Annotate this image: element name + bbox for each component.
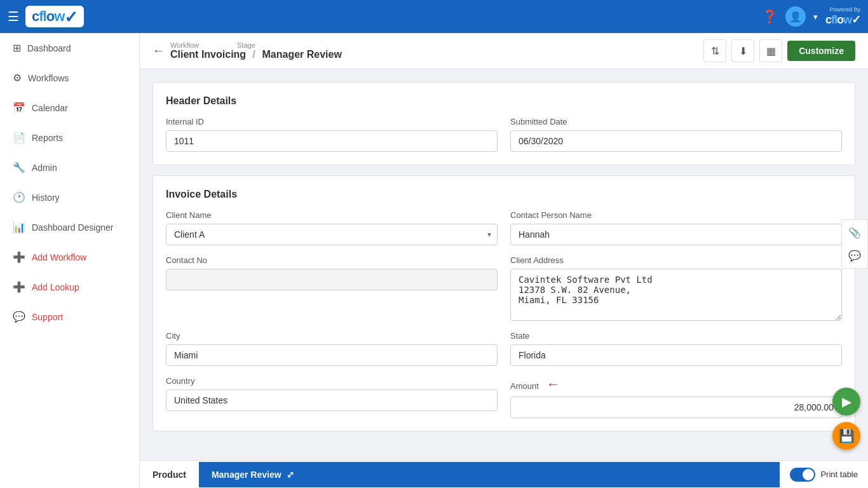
contact-no-input[interactable] (166, 269, 498, 290)
admin-icon: 🔧 (13, 161, 25, 173)
amount-label: Amount ← (510, 376, 842, 393)
filter-button[interactable]: ⇅ (703, 39, 726, 62)
manager-review-tab[interactable]: Manager Review ⤢ (199, 462, 780, 487)
header-details-section: Header Details Internal ID Submitted Dat… (153, 82, 855, 165)
state-input[interactable] (510, 344, 842, 366)
client-name-group: Client Name Client A Client B Client C ▾ (166, 210, 498, 245)
powered-by: Powered By cflow✓ (825, 6, 860, 27)
sidebar-item-label: Reports (32, 133, 63, 143)
sidebar-item-label: Admin (32, 163, 57, 173)
sidebar-item-label: Add Lookup (32, 282, 79, 292)
contact-person-input[interactable] (510, 224, 842, 245)
sidebar-item-workflows[interactable]: ⚙ Workflows (0, 63, 139, 93)
sidebar-item-label: History (32, 193, 60, 203)
help-icon[interactable]: ❓ (762, 9, 778, 24)
sidebar-item-dashboard[interactable]: ⊞ Dashboard (0, 33, 139, 63)
history-icon: 🕐 (13, 191, 25, 203)
internal-id-input[interactable] (166, 130, 498, 152)
country-label: Country (166, 376, 498, 386)
breadcrumb-separator: / (253, 49, 255, 60)
sidebar-item-add-workflow[interactable]: ➕ Add Workflow (0, 242, 139, 272)
invoice-details-section: Invoice Details Client Name Client A Cli… (153, 175, 855, 431)
sidebar-item-calendar[interactable]: 📅 Calendar (0, 93, 139, 123)
country-input[interactable] (166, 390, 498, 411)
comment-button[interactable]: 💬 (844, 245, 865, 266)
avatar[interactable]: 👤 (785, 6, 806, 27)
toggle-slider (790, 468, 815, 482)
sidebar-item-label: Support (32, 312, 63, 322)
client-name-select[interactable]: Client A Client B Client C (166, 224, 498, 245)
contact-person-label: Contact Person Name (510, 210, 842, 220)
expand-icon: ⤢ (287, 470, 294, 480)
submitted-date-input[interactable] (510, 130, 842, 152)
dashboard-designer-icon: 📊 (13, 221, 25, 233)
sidebar-item-history[interactable]: 🕐 History (0, 182, 139, 212)
sidebar-item-support[interactable]: 💬 Support (0, 302, 139, 332)
city-label: City (166, 331, 498, 341)
amount-group: Amount ← (510, 376, 842, 418)
state-label: State (510, 331, 842, 341)
sidebar: ⊞ Dashboard ⚙ Workflows 📅 Calendar 📄 Rep… (0, 33, 140, 488)
chevron-down-icon[interactable]: ▾ (813, 12, 818, 22)
bottom-tab-bar: Product Manager Review ⤢ Print table (140, 460, 868, 488)
client-address-group: Client Address Cavintek Software Pvt Ltd… (510, 255, 842, 321)
workflow-value: Client Invoicing (170, 49, 246, 60)
breadcrumb-actions: ⇅ ⬇ ▦ Customize (703, 39, 855, 62)
print-table-toggle[interactable] (790, 468, 815, 482)
dashboard-icon: ⊞ (13, 42, 21, 54)
sidebar-item-label: Dashboard (27, 43, 71, 53)
contact-person-group: Contact Person Name (510, 210, 842, 245)
send-button[interactable]: ▶ (832, 388, 860, 416)
avatar-icon: 👤 (789, 11, 802, 23)
client-address-textarea[interactable]: Cavintek Software Pvt Ltd 12378 S.W. 82 … (510, 269, 842, 321)
workflows-icon: ⚙ (13, 72, 22, 84)
logo[interactable]: cflow✓ (25, 6, 84, 27)
customize-button[interactable]: Customize (787, 41, 855, 61)
manager-review-label: Manager Review (212, 470, 281, 480)
fab-area: ▶ 💾 (832, 388, 860, 450)
amount-input[interactable] (510, 396, 842, 418)
table-view-button[interactable]: ▦ (759, 39, 782, 62)
print-table-label: Print table (820, 470, 858, 479)
country-group: Country (166, 376, 498, 418)
client-name-label: Client Name (166, 210, 498, 220)
topnav: ☰ cflow✓ ❓ 👤 ▾ Powered By cflow✓ (0, 0, 868, 33)
sidebar-item-label: Dashboard Designer (32, 222, 113, 233)
stage-value: Manager Review (262, 49, 341, 60)
sidebar-item-label: Workflows (28, 73, 69, 83)
invoice-details-title: Invoice Details (166, 189, 842, 200)
add-workflow-icon: ➕ (13, 251, 25, 263)
download-button[interactable]: ⬇ (731, 39, 754, 62)
content-area: ← Workflow Stage Client Invoicing / Mana… (140, 33, 868, 488)
attachment-button[interactable]: 📎 (844, 222, 865, 243)
contact-no-group: Contact No (166, 255, 498, 321)
save-button[interactable]: 💾 (832, 422, 860, 450)
submitted-date-group: Submitted Date (510, 117, 842, 152)
city-group: City (166, 331, 498, 366)
workflow-label: Workflow (170, 41, 199, 49)
calendar-icon: 📅 (13, 102, 25, 114)
state-group: State (510, 331, 842, 366)
right-float-panel: 📎 💬 (841, 219, 868, 269)
product-label: Product (140, 470, 199, 480)
breadcrumb: Workflow Stage Client Invoicing / Manage… (170, 41, 342, 60)
city-input[interactable] (166, 344, 498, 366)
hamburger-icon[interactable]: ☰ (8, 9, 19, 24)
back-button[interactable]: ← (153, 44, 164, 58)
contact-no-label: Contact No (166, 255, 498, 265)
red-arrow-annotation: ← (546, 376, 560, 392)
sidebar-item-reports[interactable]: 📄 Reports (0, 123, 139, 152)
sidebar-item-admin[interactable]: 🔧 Admin (0, 152, 139, 182)
reports-icon: 📄 (13, 132, 25, 144)
print-table-area: Print table (780, 468, 868, 482)
internal-id-group: Internal ID (166, 117, 498, 152)
form-area: Header Details Internal ID Submitted Dat… (140, 69, 868, 460)
add-lookup-icon: ➕ (13, 281, 25, 293)
submitted-date-label: Submitted Date (510, 117, 842, 126)
sidebar-item-add-lookup[interactable]: ➕ Add Lookup (0, 272, 139, 302)
sidebar-item-label: Calendar (32, 103, 68, 113)
internal-id-label: Internal ID (166, 117, 498, 126)
sidebar-item-label: Add Workflow (32, 252, 86, 262)
support-icon: 💬 (13, 311, 25, 323)
sidebar-item-dashboard-designer[interactable]: 📊 Dashboard Designer (0, 212, 139, 242)
